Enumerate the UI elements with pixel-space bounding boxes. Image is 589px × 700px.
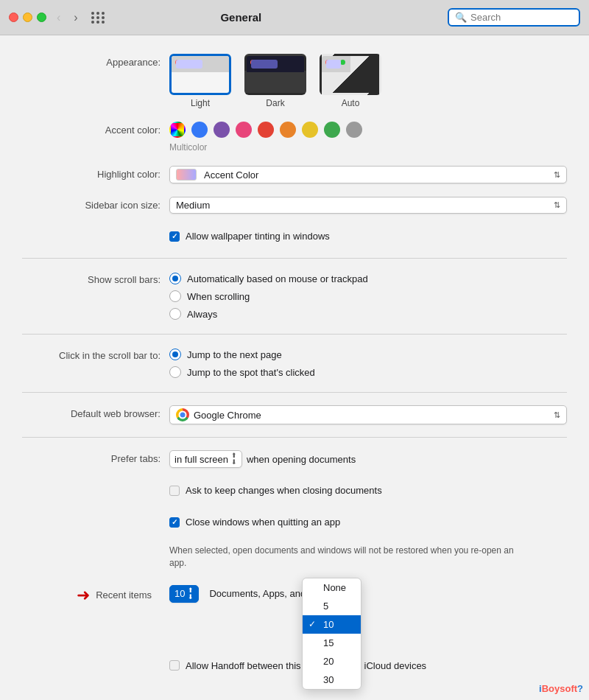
wallpaper-tinting-content: Allow wallpaper tinting in windows xyxy=(169,227,567,245)
prefer-tabs-arrows: ⬆⬇ xyxy=(231,452,237,466)
click-scroll-next-radio[interactable] xyxy=(169,349,181,360)
wallpaper-tinting-checkbox-row: Allow wallpaper tinting in windows xyxy=(169,227,567,245)
menu-item-none-label: None xyxy=(323,582,346,593)
appearance-thumb-light[interactable] xyxy=(169,54,231,95)
titlebar: ‹ › General 🔍 xyxy=(0,0,589,35)
menu-item-15[interactable]: 15 xyxy=(303,634,361,652)
scroll-bars-auto-radio[interactable] xyxy=(169,273,181,284)
recent-items-arrows: ⬆⬇ xyxy=(188,587,194,601)
divider-2 xyxy=(22,334,567,335)
menu-item-15-label: 15 xyxy=(323,637,334,648)
search-input[interactable] xyxy=(470,12,574,23)
appearance-light-label: Light xyxy=(191,98,210,108)
accent-purple[interactable] xyxy=(214,122,230,138)
settings-content: Appearance: Light xyxy=(0,35,589,700)
appearance-dark[interactable]: Dark xyxy=(244,54,306,108)
menu-item-30[interactable]: 30 xyxy=(303,671,361,689)
close-button[interactable] xyxy=(9,13,18,22)
search-box: 🔍 xyxy=(448,8,580,27)
close-windows-row: Close windows when quitting an app xyxy=(22,509,567,535)
default-browser-value: Google Chrome xyxy=(194,410,261,421)
highlight-swatch xyxy=(176,169,197,181)
scroll-bars-label: Show scroll bars: xyxy=(22,271,169,285)
close-windows-content: Close windows when quitting an app xyxy=(169,513,567,531)
recent-items-inline: 10 ⬆⬇ None 5 ✓ 10 xyxy=(169,585,567,603)
scroll-bars-scrolling-label: When scrolling xyxy=(187,291,250,302)
scroll-bars-always-row: Always xyxy=(169,307,567,321)
wallpaper-tinting-checkbox[interactable] xyxy=(169,231,180,242)
scroll-bars-scrolling-radio[interactable] xyxy=(169,290,181,302)
accent-pink[interactable] xyxy=(236,122,252,138)
appearance-thumb-dark[interactable] xyxy=(244,54,306,95)
menu-item-5[interactable]: 5 xyxy=(303,597,361,615)
prefer-tabs-inline: in full screen ⬆⬇ when opening documents xyxy=(169,450,567,468)
wallpaper-tinting-section: Allow wallpaper tinting in windows xyxy=(22,223,567,249)
accent-orange[interactable] xyxy=(280,122,296,138)
recent-items-label: ➜ Recent items xyxy=(22,583,169,605)
highlight-color-select[interactable]: Accent Color ⇅ xyxy=(169,166,567,183)
appearance-thumb-auto[interactable] xyxy=(320,54,381,95)
accent-multicolor[interactable] xyxy=(169,122,186,138)
accent-green[interactable] xyxy=(324,122,340,138)
ask-keep-content: Ask to keep changes when closing documen… xyxy=(169,481,567,500)
scroll-bars-row: Show scroll bars: Automatically based on… xyxy=(22,267,567,325)
click-scroll-next-label: Jump to the next page xyxy=(187,349,282,360)
accent-red[interactable] xyxy=(258,122,274,138)
close-windows-checkbox[interactable] xyxy=(169,517,180,528)
minimize-button[interactable] xyxy=(23,13,32,22)
recent-items-select[interactable]: 10 ⬆⬇ xyxy=(169,585,199,603)
restore-note-section: When selected, open documents and window… xyxy=(22,541,567,573)
menu-item-none[interactable]: None xyxy=(303,578,361,597)
appearance-light[interactable]: Light xyxy=(169,54,231,108)
appearance-auto[interactable]: Auto xyxy=(320,54,381,108)
click-scroll-spot-radio[interactable] xyxy=(169,366,181,378)
ask-keep-spacer xyxy=(22,481,169,484)
appearance-options: Light Dark xyxy=(169,54,567,108)
restore-note-content: When selected, open documents and window… xyxy=(169,545,567,570)
sidebar-icon-size-select[interactable]: Medium ⇅ xyxy=(169,197,567,214)
ask-keep-checkbox-row: Ask to keep changes when closing documen… xyxy=(169,481,567,500)
handoff-checkbox[interactable] xyxy=(169,660,180,671)
menu-item-20[interactable]: 20 xyxy=(303,652,361,671)
scroll-bars-auto-label: Automatically based on mouse or trackpad xyxy=(187,273,368,284)
default-browser-select[interactable]: Google Chrome ⇅ xyxy=(169,405,567,424)
prefer-tabs-row: Prefer tabs: in full screen ⬆⬇ when open… xyxy=(22,447,567,472)
recent-items-row: ➜ Recent items 10 ⬆⬇ None xyxy=(22,579,567,609)
divider-1 xyxy=(22,258,567,259)
menu-item-10[interactable]: ✓ 10 xyxy=(303,615,361,634)
recent-items-text: Recent items xyxy=(96,589,152,601)
sidebar-icon-size-row: Sidebar icon size: Medium ⇅ xyxy=(22,193,567,217)
traffic-lights xyxy=(9,13,46,22)
watermark: iBoysoft? xyxy=(539,683,583,694)
prefer-tabs-suffix: when opening documents xyxy=(247,454,356,465)
page-title: General xyxy=(42,11,440,24)
prefer-tabs-value: in full screen xyxy=(174,454,228,465)
wallpaper-tinting-spacer xyxy=(22,227,169,230)
ask-keep-row: Ask to keep changes when closing documen… xyxy=(22,477,567,503)
sidebar-icon-size-content: Medium ⇅ xyxy=(169,197,567,214)
highlight-color-arrow: ⇅ xyxy=(554,170,560,180)
accent-graphite[interactable] xyxy=(346,122,362,138)
ask-keep-checkbox[interactable] xyxy=(169,486,180,496)
divider-4 xyxy=(22,437,567,438)
default-browser-section: Default web browser: Google Chrome ⇅ xyxy=(22,402,567,428)
menu-item-5-label: 5 xyxy=(323,601,328,612)
sidebar-icon-size-arrow: ⇅ xyxy=(554,200,560,210)
accent-color-content: Multicolor xyxy=(169,122,567,153)
click-scroll-row: Click in the scroll bar to: Jump to the … xyxy=(22,343,567,383)
prefer-tabs-select[interactable]: in full screen ⬆⬇ xyxy=(169,450,242,468)
menu-item-30-label: 30 xyxy=(323,674,334,685)
scroll-bars-auto-row: Automatically based on mouse or trackpad xyxy=(169,271,567,286)
appearance-dark-label: Dark xyxy=(266,98,284,108)
scroll-bars-scrolling-row: When scrolling xyxy=(169,289,567,304)
accent-yellow[interactable] xyxy=(302,122,318,138)
recent-items-section: ➜ Recent items 10 ⬆⬇ None xyxy=(22,579,567,609)
click-scroll-next-row: Jump to the next page xyxy=(169,347,567,362)
handoff-row: Allow Handoff between this Mac and your … xyxy=(22,653,567,679)
recent-items-content: 10 ⬆⬇ None 5 ✓ 10 xyxy=(169,585,567,603)
click-scroll-spot-row: Jump to the spot that's clicked xyxy=(169,365,567,379)
close-windows-checkbox-row: Close windows when quitting an app xyxy=(169,513,567,531)
click-scroll-spot-label: Jump to the spot that's clicked xyxy=(187,367,315,378)
accent-blue[interactable] xyxy=(191,122,208,138)
scroll-bars-always-radio[interactable] xyxy=(169,308,181,320)
